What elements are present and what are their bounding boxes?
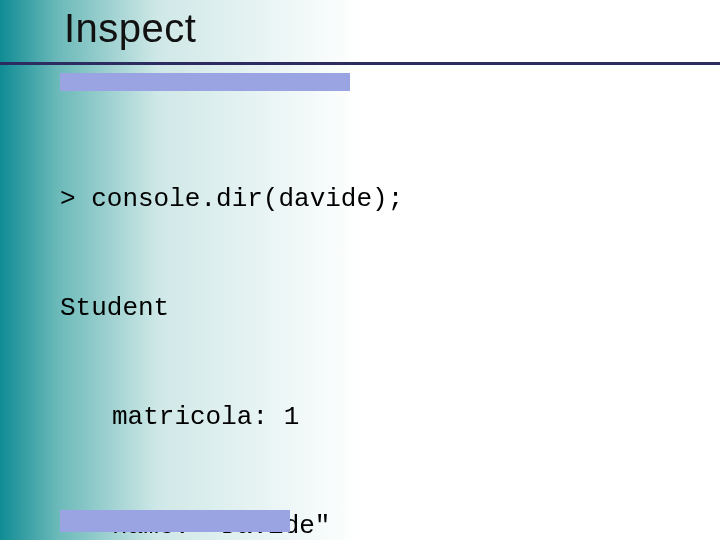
accent-bar bbox=[60, 73, 350, 91]
code-line-matricola: matricola: 1 bbox=[60, 399, 587, 435]
footer-accent-bar bbox=[60, 510, 290, 532]
slide-title: Inspect bbox=[64, 6, 196, 51]
slide: Inspect > console.dir(davide); Student m… bbox=[0, 0, 720, 540]
code-block: > console.dir(davide); Student matricola… bbox=[60, 108, 587, 540]
code-line-prompt: > console.dir(davide); bbox=[60, 181, 587, 217]
code-line-student: Student bbox=[60, 290, 587, 326]
horizontal-rule bbox=[0, 62, 720, 65]
